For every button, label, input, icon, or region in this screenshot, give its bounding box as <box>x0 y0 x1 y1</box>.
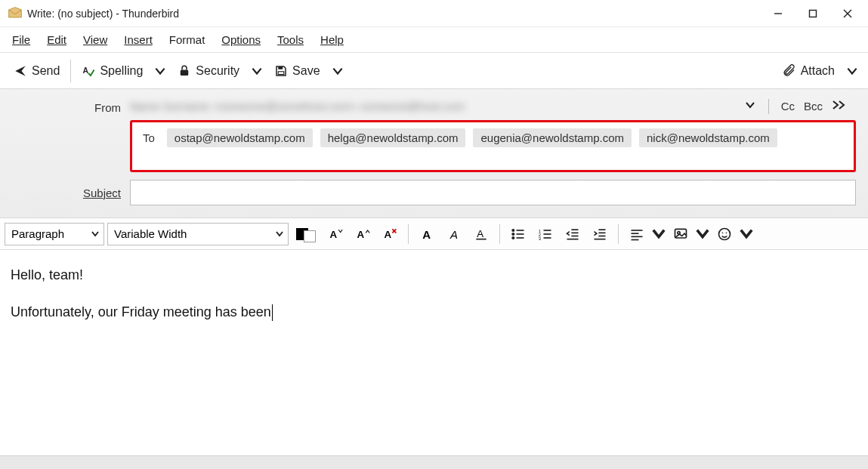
svg-text:A: A <box>422 227 431 240</box>
recipient-pill[interactable]: nick@newoldstamp.com <box>639 128 777 147</box>
subject-label: Subject <box>0 187 130 199</box>
spelling-label: Spelling <box>100 64 143 78</box>
message-body[interactable]: Hello, team! Unfortunately, our Friday m… <box>0 250 868 350</box>
menu-bar: File Edit View Insert Format Options Too… <box>0 27 868 53</box>
close-button[interactable] <box>830 0 865 27</box>
subject-row: Subject <box>0 180 856 205</box>
indent-button[interactable] <box>588 222 612 246</box>
from-identity-dropdown[interactable] <box>744 99 756 114</box>
svg-text:A: A <box>357 229 365 240</box>
from-label: From <box>0 97 130 114</box>
bold-button[interactable]: A <box>415 222 439 246</box>
bullet-list-button[interactable] <box>506 222 530 246</box>
more-fields-button[interactable] <box>832 99 848 114</box>
svg-point-45 <box>726 232 727 233</box>
align-button[interactable] <box>625 222 649 246</box>
remove-formatting-button[interactable]: A <box>378 222 402 246</box>
save-label: Save <box>292 64 320 78</box>
align-dropdown[interactable] <box>652 222 666 246</box>
text-caret <box>272 304 273 321</box>
window-title: Write: (no subject) - Thunderbird <box>27 8 179 20</box>
from-value[interactable]: Name Surname <someone@somehost.com> some… <box>130 97 465 116</box>
cc-button[interactable]: Cc <box>781 100 795 113</box>
svg-text:A: A <box>83 66 89 75</box>
menu-tools[interactable]: Tools <box>270 30 311 49</box>
from-row: From Name Surname <someone@somehost.com>… <box>0 97 856 116</box>
paperclip-icon <box>783 64 796 78</box>
minimize-button[interactable] <box>761 0 795 27</box>
attach-button[interactable]: Attach <box>775 60 842 82</box>
font-family-value: Variable Width <box>114 227 187 240</box>
numbered-list-button[interactable]: 123 <box>533 222 558 246</box>
security-button[interactable]: Security <box>170 60 247 82</box>
insert-emoji-dropdown[interactable] <box>740 222 753 246</box>
recipient-list: ostap@newoldstamp.com helga@newoldstamp.… <box>167 128 777 147</box>
attach-label: Attach <box>801 64 835 78</box>
subject-input[interactable] <box>130 180 856 205</box>
paragraph-style-select[interactable]: Paragraph <box>5 223 104 245</box>
svg-rect-6 <box>278 66 283 69</box>
menu-file[interactable]: File <box>5 30 38 49</box>
menu-options[interactable]: Options <box>214 30 268 49</box>
main-toolbar: Send A Spelling Security Save Attach <box>0 53 868 89</box>
insert-image-dropdown[interactable] <box>696 222 709 246</box>
separator <box>70 60 71 82</box>
paragraph-style-value: Paragraph <box>11 227 64 240</box>
security-dropdown[interactable] <box>247 59 267 83</box>
underline-button[interactable]: A <box>469 222 493 246</box>
attach-dropdown[interactable] <box>842 59 862 83</box>
menu-format[interactable]: Format <box>162 30 213 49</box>
background-color-swatch <box>304 230 316 242</box>
title-bar: Write: (no subject) - Thunderbird <box>0 0 868 27</box>
increase-font-size-button[interactable]: A <box>351 222 375 246</box>
svg-text:A: A <box>385 229 392 240</box>
send-label: Send <box>32 64 60 78</box>
svg-point-17 <box>512 229 514 231</box>
recipient-pill[interactable]: eugenia@newoldstamp.com <box>473 128 632 147</box>
maximize-button[interactable] <box>795 0 830 27</box>
status-bar <box>0 455 868 469</box>
save-dropdown[interactable] <box>328 59 348 83</box>
to-label: To <box>140 128 159 144</box>
to-field-highlighted[interactable]: To ostap@newoldstamp.com helga@newoldsta… <box>130 120 856 172</box>
decrease-font-size-button[interactable]: A <box>323 222 348 246</box>
send-icon <box>14 64 27 78</box>
menu-help[interactable]: Help <box>313 30 351 49</box>
svg-text:A: A <box>330 229 338 240</box>
to-row: To ostap@newoldstamp.com helga@newoldsta… <box>0 120 856 172</box>
menu-view[interactable]: View <box>76 30 115 49</box>
svg-text:3: 3 <box>539 236 541 240</box>
svg-point-43 <box>719 228 731 239</box>
svg-rect-1 <box>810 10 817 17</box>
svg-rect-7 <box>278 71 284 74</box>
send-button[interactable]: Send <box>6 60 67 82</box>
font-family-select[interactable]: Variable Width <box>107 223 289 245</box>
save-icon <box>274 64 288 78</box>
app-icon <box>8 6 23 21</box>
save-button[interactable]: Save <box>267 60 327 82</box>
outdent-button[interactable] <box>561 222 585 246</box>
spelling-dropdown[interactable] <box>150 59 170 83</box>
security-label: Security <box>196 64 239 78</box>
svg-text:A: A <box>449 227 458 240</box>
insert-image-button[interactable] <box>669 222 693 246</box>
spelling-button[interactable]: A Spelling <box>74 60 150 82</box>
body-line: Unfortunately, our Friday meeting has be… <box>11 301 857 324</box>
body-line: Hello, team! <box>11 264 857 287</box>
svg-rect-5 <box>181 69 189 76</box>
italic-button[interactable]: A <box>442 222 466 246</box>
lock-icon <box>178 64 191 78</box>
svg-point-19 <box>512 233 514 235</box>
text-color-button[interactable] <box>296 226 316 242</box>
header-fields: From Name Surname <someone@somehost.com>… <box>0 89 868 218</box>
svg-point-44 <box>722 232 724 233</box>
menu-insert[interactable]: Insert <box>116 30 160 49</box>
insert-emoji-button[interactable] <box>712 222 737 246</box>
bcc-button[interactable]: Bcc <box>804 100 823 113</box>
recipient-pill[interactable]: helga@newoldstamp.com <box>320 128 466 147</box>
recipient-pill[interactable]: ostap@newoldstamp.com <box>167 128 313 147</box>
svg-text:A: A <box>477 228 483 239</box>
menu-edit[interactable]: Edit <box>39 30 74 49</box>
separator <box>768 99 769 114</box>
format-toolbar: Paragraph Variable Width A A A A A A 123 <box>0 218 868 250</box>
